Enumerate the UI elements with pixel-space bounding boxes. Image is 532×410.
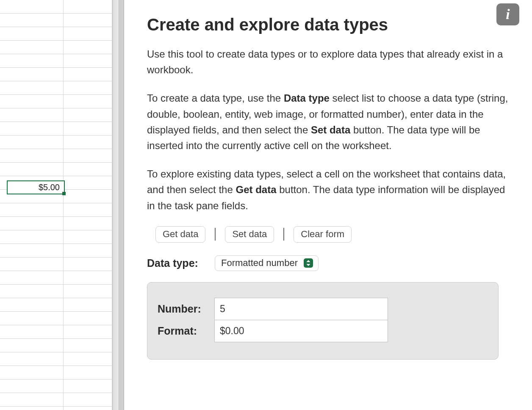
vertical-scrollbar[interactable] (112, 0, 119, 410)
form-box: Number: Format: (147, 282, 499, 360)
format-input[interactable] (214, 320, 388, 342)
number-row: Number: (158, 298, 388, 320)
number-label: Number: (158, 303, 214, 315)
get-data-button[interactable]: Get data (155, 226, 205, 243)
clear-form-button[interactable]: Clear form (294, 226, 352, 243)
pane-edge (119, 0, 124, 410)
data-type-row: Data type: Formatted number (147, 255, 513, 271)
fill-handle[interactable] (62, 192, 66, 195)
info-icon[interactable]: i (496, 3, 519, 25)
selected-cell-value: $5.00 (39, 183, 60, 192)
format-label: Format: (158, 325, 214, 337)
page-title: Create and explore data types (147, 15, 513, 34)
number-input[interactable] (214, 298, 388, 320)
pane-divider[interactable] (112, 0, 124, 410)
data-type-select[interactable]: Formatted number (215, 255, 319, 271)
intro-text: Use this tool to create data types or to… (147, 46, 513, 213)
select-stepper-icon (304, 258, 313, 268)
divider (283, 228, 284, 241)
intro-para-2: To create a data type, use the Data type… (147, 90, 513, 153)
divider (215, 228, 216, 241)
grid[interactable] (0, 0, 112, 410)
intro-para-3: To explore existing data types, select a… (147, 166, 513, 213)
data-type-select-value: Formatted number (221, 258, 298, 269)
spreadsheet-area[interactable]: $5.00 (0, 0, 112, 410)
set-data-button[interactable]: Set data (225, 226, 274, 243)
action-button-row: Get data Set data Clear form (155, 226, 513, 243)
selected-cell[interactable]: $5.00 (7, 180, 65, 194)
data-type-label: Data type: (147, 257, 206, 269)
info-icon-label: i (506, 6, 510, 22)
intro-para-1: Use this tool to create data types or to… (147, 46, 513, 78)
app-root: $5.00 i Create and explore data types Us… (0, 0, 532, 410)
task-pane: i Create and explore data types Use this… (124, 0, 532, 410)
format-row: Format: (158, 320, 388, 342)
